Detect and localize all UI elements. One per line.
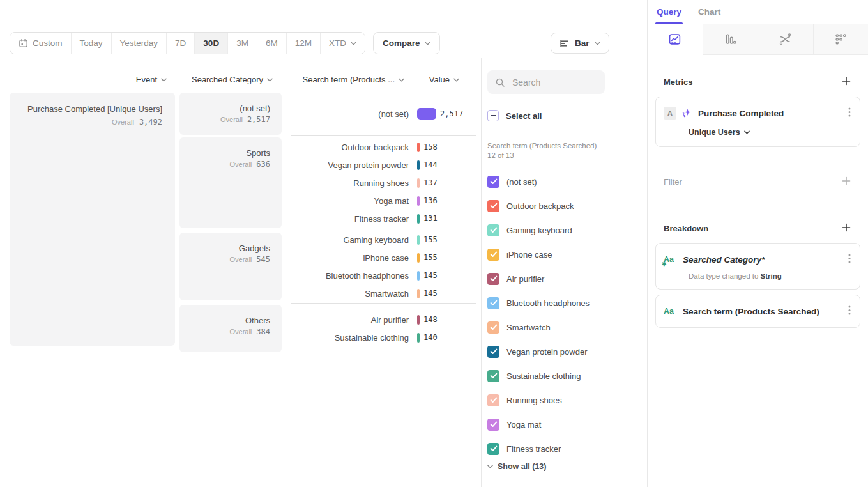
report-tab-retention[interactable]: [814, 24, 868, 55]
term-row[interactable]: Running shoes137: [291, 174, 476, 192]
compare-button[interactable]: Compare: [373, 32, 441, 54]
category-card[interactable]: (not set)Overall2,517: [179, 93, 282, 135]
value-cell: 148: [417, 315, 438, 325]
value-cell: 136: [417, 196, 438, 206]
date-range-30d[interactable]: 30D: [195, 33, 228, 54]
overall-value: 3,492: [139, 118, 162, 127]
term-row[interactable]: Smartwatch145: [291, 284, 476, 302]
checked-checkbox-icon: [487, 200, 499, 212]
breakdown-menu-button[interactable]: [847, 304, 852, 318]
report-tab-flows[interactable]: [758, 24, 814, 55]
category-name: Gadgets: [191, 244, 270, 253]
string-property-icon: Aa✱: [664, 255, 678, 264]
term-row[interactable]: Fitness tracker131: [291, 210, 476, 228]
value-bar: [417, 235, 420, 245]
chevron-down-icon: [595, 42, 600, 45]
date-range-custom[interactable]: Custom: [10, 33, 72, 54]
filter-item[interactable]: Air purifier: [487, 267, 647, 291]
chart-groups: (not set)Overall2,517(not set)2,517Sport…: [179, 93, 476, 352]
term-row[interactable]: Gaming keyboard155: [291, 231, 476, 249]
column-header-event[interactable]: Event: [10, 75, 167, 84]
event-card[interactable]: Purchase Completed [Unique Users] Overal…: [10, 93, 175, 346]
date-range-today[interactable]: Today: [72, 33, 112, 54]
search-input[interactable]: [511, 77, 597, 88]
category-card[interactable]: GadgetsOverall545: [179, 233, 282, 300]
filter-item[interactable]: iPhone case: [487, 242, 647, 267]
filter-item-label: Bluetooth headphones: [506, 298, 590, 308]
overall-value: 2,517: [247, 115, 270, 124]
column-header-label: Search term (Products ...: [303, 75, 395, 84]
filter-item[interactable]: Smartwatch: [487, 315, 647, 339]
overall-label: Overall: [112, 118, 134, 126]
legend-search[interactable]: [487, 70, 605, 94]
query-panel-tabs: Query Chart: [648, 0, 868, 24]
term-row[interactable]: iPhone case155: [291, 249, 476, 267]
date-range-yesterday[interactable]: Yesterday: [112, 33, 167, 54]
aggregation-dropdown[interactable]: Unique Users: [689, 128, 852, 137]
term-row[interactable]: Outdoor backpack158: [291, 138, 476, 156]
chart-type-button[interactable]: Bar: [551, 33, 609, 54]
term-row[interactable]: Sustainable clothing140: [291, 329, 476, 346]
filter-item[interactable]: Fitness tracker: [487, 437, 647, 461]
tab-query[interactable]: Query: [657, 7, 681, 24]
breakdown-menu-button[interactable]: [847, 252, 852, 267]
category-group: SportsOverall636Outdoor backpack158Vegan…: [179, 137, 476, 228]
date-range-7d[interactable]: 7D: [167, 33, 195, 54]
term-row[interactable]: (not set)2,517: [291, 105, 476, 123]
term-row[interactable]: Air purifier148: [291, 311, 476, 329]
filter-item[interactable]: Gaming keyboard: [487, 218, 647, 242]
filter-item[interactable]: Bluetooth headphones: [487, 291, 647, 315]
term-row[interactable]: Vegan protein powder144: [291, 156, 476, 174]
chevron-down-icon: [399, 78, 404, 82]
value-cell: 2,517: [417, 108, 463, 120]
add-metric-button[interactable]: [841, 75, 852, 89]
column-header-searched-category[interactable]: Searched Category: [179, 75, 273, 84]
date-range-label: XTD: [329, 38, 346, 48]
add-breakdown-button[interactable]: [841, 222, 852, 235]
filter-item-label: Gaming keyboard: [506, 226, 572, 235]
date-range-3m[interactable]: 3M: [228, 33, 257, 54]
breakdown-card-searched-category[interactable]: Aa✱ Searched Category* Data type changed…: [655, 243, 860, 290]
plus-icon: [842, 223, 851, 232]
value-bar: [417, 333, 420, 343]
legend-filter-panel: Select all Search term (Products Searche…: [481, 58, 647, 487]
filter-item[interactable]: Vegan protein powder: [487, 339, 647, 364]
value-cell: 131: [417, 214, 438, 224]
metric-menu-button[interactable]: [847, 106, 852, 120]
date-range-label: 7D: [175, 38, 186, 48]
select-all-checkbox[interactable]: Select all: [487, 109, 647, 122]
date-range-label: 30D: [203, 38, 219, 48]
date-range-label: 6M: [266, 38, 278, 48]
funnel-icon: [724, 33, 737, 46]
filter-item[interactable]: Running shoes: [487, 388, 647, 412]
term-row[interactable]: Bluetooth headphones145: [291, 267, 476, 284]
column-header-search-term[interactable]: Search term (Products ...: [291, 75, 404, 84]
date-range-6m[interactable]: 6M: [257, 33, 287, 54]
date-range-12m[interactable]: 12M: [287, 33, 321, 54]
report-tab-insights[interactable]: [648, 24, 703, 55]
chevron-down-icon: [744, 130, 750, 134]
term-row[interactable]: Yoga mat136: [291, 192, 476, 210]
add-filter-button[interactable]: [841, 175, 852, 189]
value-cell: 155: [417, 235, 438, 245]
tab-chart[interactable]: Chart: [698, 7, 720, 24]
category-card[interactable]: SportsOverall636: [179, 137, 282, 228]
aggregation-label: Unique Users: [689, 128, 740, 137]
note-text: Data type changed to: [689, 272, 761, 280]
category-name: Sports: [191, 148, 270, 158]
date-range-xtd[interactable]: XTD: [321, 33, 365, 54]
filter-item[interactable]: (not set): [487, 169, 647, 194]
chevron-down-icon: [351, 42, 356, 45]
value-bar: [417, 315, 420, 325]
date-range-label: 3M: [236, 38, 248, 48]
breakdown-card-search-term[interactable]: Aa Search term (Products Searched): [655, 295, 860, 328]
column-header-value[interactable]: Value: [412, 75, 459, 84]
show-all-button[interactable]: Show all (13): [487, 462, 647, 471]
filter-item[interactable]: Sustainable clothing: [487, 364, 647, 388]
filter-item-label: Yoga mat: [506, 420, 541, 429]
filter-item[interactable]: Yoga mat: [487, 412, 647, 437]
metric-card[interactable]: A Purchase Completed Unique Users: [655, 97, 860, 147]
category-card[interactable]: OthersOverall384: [179, 305, 282, 352]
report-tab-funnel[interactable]: [703, 24, 759, 55]
filter-item[interactable]: Outdoor backpack: [487, 194, 647, 218]
